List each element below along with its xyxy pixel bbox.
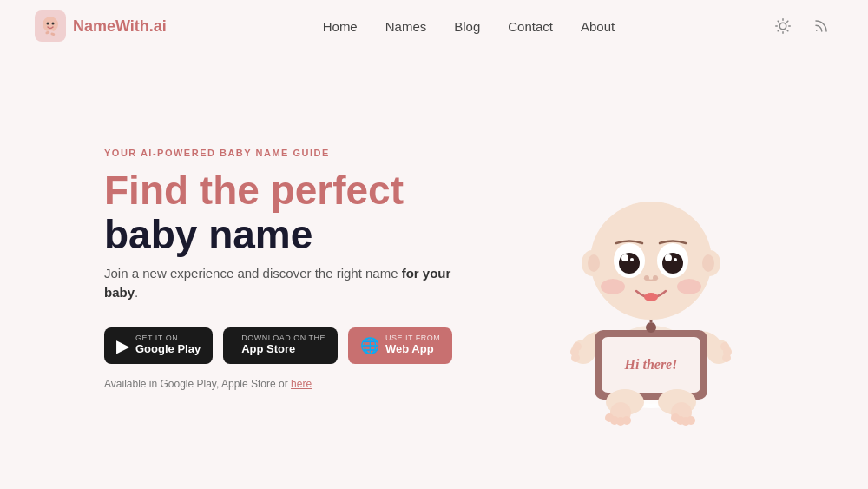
svg-point-6 <box>779 23 786 30</box>
logo-text: NameWith.ai <box>73 17 167 36</box>
svg-point-45 <box>665 254 672 261</box>
svg-point-38 <box>702 254 714 272</box>
rss-icon <box>813 18 829 34</box>
main-nav: Home Names Blog Contact About <box>323 19 615 34</box>
nav-names[interactable]: Names <box>385 19 427 34</box>
svg-point-2 <box>52 23 55 25</box>
svg-line-13 <box>778 30 779 31</box>
svg-line-10 <box>787 30 788 31</box>
svg-point-44 <box>662 253 683 274</box>
svg-point-41 <box>621 254 628 261</box>
baby-illustration: Hi there! <box>512 109 790 430</box>
web-sub: Use it from <box>385 334 440 342</box>
svg-point-15 <box>816 30 818 32</box>
apple-sub: Download on the <box>241 334 326 342</box>
svg-line-9 <box>778 21 779 22</box>
app-store-button[interactable]: Download on the App Store <box>223 327 338 364</box>
hero-headline: Find the perfect baby name <box>104 169 469 256</box>
cta-buttons: ▶ GET IT ON Google Play Download on the … <box>104 327 469 364</box>
web-icon: 🌐 <box>360 336 379 355</box>
hero-subtitle: Join a new experience and discover the r… <box>104 264 469 303</box>
svg-point-1 <box>47 23 49 25</box>
svg-point-63 <box>687 416 695 425</box>
svg-point-25 <box>571 354 580 362</box>
svg-point-59 <box>622 416 631 425</box>
google-play-icon: ▶ <box>116 335 129 356</box>
nav-contact[interactable]: Contact <box>508 19 553 34</box>
sun-icon <box>775 18 791 34</box>
svg-point-50 <box>601 279 625 294</box>
svg-point-34 <box>590 202 712 320</box>
logo-icon <box>35 10 66 42</box>
google-play-name: Google Play <box>135 342 201 357</box>
svg-point-0 <box>43 17 58 32</box>
svg-point-28 <box>722 354 731 362</box>
google-play-button[interactable]: ▶ GET IT ON Google Play <box>104 327 213 364</box>
headline-line2: baby name <box>104 212 312 257</box>
svg-point-42 <box>630 258 634 261</box>
nav-home[interactable]: Home <box>323 19 358 34</box>
availability-link[interactable]: here <box>291 378 312 390</box>
hero-illustration: Hi there! <box>503 104 799 434</box>
hero-tagline: YOUR AI-POWERED BABY NAME GUIDE <box>104 148 469 158</box>
svg-point-40 <box>619 253 640 274</box>
svg-point-46 <box>674 258 677 261</box>
svg-point-30 <box>646 322 656 333</box>
apple-name: App Store <box>241 342 326 357</box>
nav-about[interactable]: About <box>581 19 615 34</box>
web-name: Web App <box>385 342 440 357</box>
svg-line-14 <box>787 21 788 22</box>
svg-point-49 <box>644 293 658 301</box>
logo[interactable]: NameWith.ai <box>35 10 167 42</box>
web-app-button[interactable]: 🌐 Use it from Web App <box>348 327 452 364</box>
header: NameWith.ai Home Names Blog Contact Abou… <box>0 0 868 52</box>
svg-text:Hi there!: Hi there! <box>624 357 678 372</box>
hero-text: YOUR AI-POWERED BABY NAME GUIDE Find the… <box>104 148 469 389</box>
main-content: YOUR AI-POWERED BABY NAME GUIDE Find the… <box>0 52 868 486</box>
theme-toggle-button[interactable] <box>771 14 795 38</box>
google-play-sub: GET IT ON <box>135 334 201 342</box>
headline-line1: Find the perfect <box>104 168 404 213</box>
svg-point-36 <box>588 254 600 272</box>
availability-text: Available in Google Play, Apple Store or… <box>104 378 469 390</box>
header-actions <box>771 14 833 38</box>
rss-button[interactable] <box>809 14 833 38</box>
nav-blog[interactable]: Blog <box>454 19 480 34</box>
svg-point-51 <box>677 279 701 294</box>
